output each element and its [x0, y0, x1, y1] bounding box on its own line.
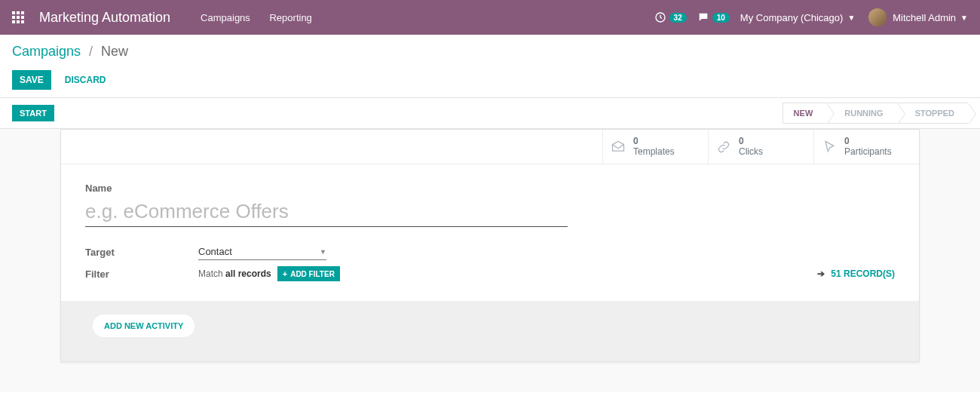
caret-down-icon: ▼ [960, 14, 968, 22]
filter-match-text: Match all records [198, 268, 271, 279]
arrow-right-icon: ➔ [817, 268, 825, 279]
nav-reporting[interactable]: Reporting [269, 12, 311, 23]
envelope-icon [611, 140, 626, 155]
stat-row: 0 Templates 0 Clicks 0 Participants [61, 130, 919, 164]
clock-icon [654, 11, 666, 23]
sheet-wrap: 0 Templates 0 Clicks 0 Participants [0, 129, 980, 392]
activity-area: Add new activity [61, 301, 919, 361]
activity-badge: 32 [669, 13, 687, 23]
stat-clicks-count: 0 [739, 136, 763, 146]
filter-row: Filter Match all records + Add Filter ➔ … [85, 266, 895, 281]
records-link[interactable]: ➔ 51 record(s) [817, 268, 895, 279]
stage-new[interactable]: New [782, 103, 827, 124]
filter-match-prefix: Match [198, 268, 225, 279]
stat-participants-label: Participants [844, 146, 892, 157]
target-label: Target [85, 247, 198, 258]
name-label: Name [85, 182, 895, 194]
apps-icon[interactable] [12, 11, 24, 23]
stat-clicks-label: Clicks [739, 146, 763, 157]
target-value: Contact [198, 246, 232, 257]
target-row: Target Contact ▼ [85, 244, 895, 260]
add-filter-button[interactable]: + Add Filter [277, 266, 340, 281]
chat-icon [697, 11, 709, 23]
user-area: My Company (Chicago) ▼ Mitchell Admin ▼ [740, 8, 968, 26]
stage-running[interactable]: Running [826, 103, 896, 124]
stat-templates[interactable]: 0 Templates [602, 130, 708, 164]
discard-button[interactable]: Discard [57, 70, 114, 90]
form-body: Name Target Contact ▼ Filter Match all r… [61, 164, 919, 301]
add-filter-label: Add Filter [290, 270, 335, 278]
stat-participants[interactable]: 0 Participants [813, 130, 919, 164]
action-bar: Save Discard [0, 63, 980, 97]
discuss-indicator[interactable]: 10 [697, 11, 730, 23]
breadcrumb-current: New [101, 44, 128, 59]
activity-indicator[interactable]: 32 [654, 11, 687, 23]
top-nav: Campaigns Reporting [201, 12, 329, 23]
cursor-icon [822, 140, 837, 155]
name-field-wrap: Name [85, 182, 895, 227]
company-name: My Company (Chicago) [740, 12, 844, 23]
name-input[interactable] [85, 197, 568, 227]
discuss-badge: 10 [712, 13, 730, 23]
user-menu[interactable]: Mitchell Admin ▼ [868, 8, 968, 26]
avatar [868, 8, 887, 26]
target-select[interactable]: Contact ▼ [198, 244, 326, 260]
breadcrumb-bar: Campaigns / New [0, 35, 980, 63]
nav-campaigns[interactable]: Campaigns [201, 12, 250, 23]
form-sheet: 0 Templates 0 Clicks 0 Participants [60, 129, 920, 362]
stat-templates-count: 0 [633, 136, 675, 146]
app-title: Marketing Automation [39, 10, 170, 26]
stat-participants-count: 0 [844, 136, 892, 146]
status-row: Start New Running Stopped [0, 97, 980, 129]
add-new-activity-button[interactable]: Add new activity [93, 314, 194, 337]
caret-down-icon: ▼ [847, 14, 855, 22]
stat-clicks[interactable]: 0 Clicks [708, 130, 813, 164]
user-name: Mitchell Admin [893, 12, 956, 23]
caret-down-icon: ▼ [320, 248, 326, 256]
status-stages: New Running Stopped [782, 103, 968, 124]
top-navbar: Marketing Automation Campaigns Reporting… [0, 0, 980, 35]
records-count: 51 record(s) [831, 268, 895, 279]
start-button[interactable]: Start [12, 105, 54, 121]
breadcrumb: Campaigns / New [12, 44, 968, 60]
stat-templates-label: Templates [633, 146, 675, 157]
filter-label: Filter [85, 268, 198, 280]
plus-icon: + [283, 269, 287, 278]
breadcrumb-parent[interactable]: Campaigns [12, 44, 81, 59]
stage-stopped[interactable]: Stopped [897, 103, 968, 124]
save-button[interactable]: Save [12, 70, 51, 90]
company-switcher[interactable]: My Company (Chicago) ▼ [740, 12, 855, 23]
filter-match-bold: all records [225, 268, 271, 279]
breadcrumb-separator: / [89, 44, 93, 59]
link-icon [716, 140, 731, 155]
